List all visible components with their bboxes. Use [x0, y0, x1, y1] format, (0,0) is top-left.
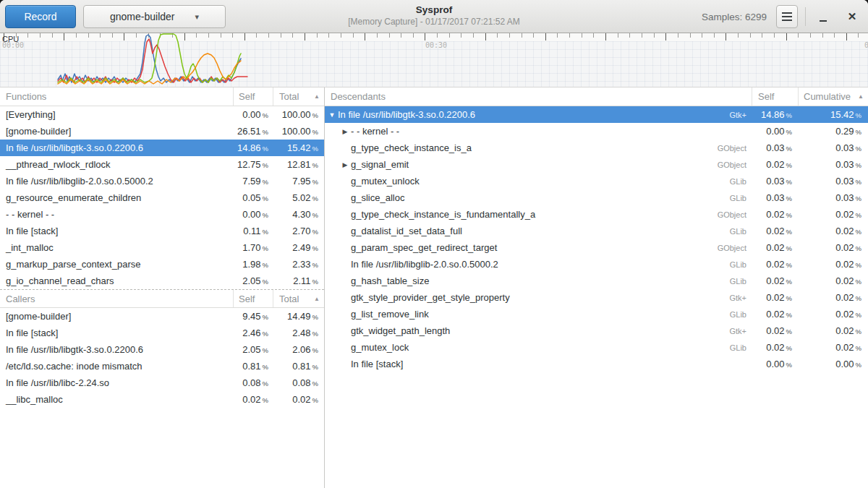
percent-value: 2.33%: [273, 259, 324, 270]
callers-table-body: [gnome-builder]9.45%14.49%In file [stack…: [0, 308, 324, 408]
function-name: In file /usr/lib/libglib-2.0.so.0.5000.2: [351, 259, 498, 270]
tree-row[interactable]: g_hash_table_sizeGLib0.02%0.02%: [325, 273, 868, 289]
table-row[interactable]: _int_malloc1.70%2.49%: [0, 239, 324, 256]
tree-row[interactable]: gtk_style_provider_get_style_propertyGtk…: [325, 289, 868, 306]
cpu-timeline[interactable]: CPU 00:00 00:30 01:00: [0, 33, 868, 87]
percent-value: 7.59%: [233, 176, 273, 187]
menu-button[interactable]: [776, 5, 798, 28]
percent-value: 0.03%: [798, 176, 868, 187]
tree-row[interactable]: gtk_widget_path_lengthGtk+0.02%0.02%: [325, 322, 868, 339]
total-column-header[interactable]: Total ▲: [273, 87, 324, 106]
percent-value: 0.08%: [233, 377, 273, 388]
percent-value: 2.48%: [273, 328, 324, 338]
tree-row[interactable]: g_type_check_instance_is_aGObject0.03%0.…: [325, 140, 868, 156]
tree-row[interactable]: g_datalist_id_set_data_fullGLib0.02%0.02…: [325, 223, 868, 239]
self-column-header[interactable]: Self: [752, 87, 798, 106]
table-row[interactable]: In file [stack]0.11%2.70%: [0, 223, 324, 239]
tree-row[interactable]: In file /usr/lib/libglib-2.0.so.0.5000.2…: [325, 256, 868, 273]
triangle-right-icon[interactable]: ▶: [341, 161, 349, 168]
functions-table-header: Functions Self Total ▲: [0, 87, 324, 106]
percent-value: 0.03%: [798, 142, 868, 153]
self-column-header[interactable]: Self: [233, 87, 273, 106]
table-row[interactable]: __libc_malloc0.02%0.02%: [0, 391, 324, 408]
function-name: In file [stack]: [0, 226, 233, 236]
library-badge: GObject: [718, 144, 752, 153]
percent-value: 0.02%: [752, 209, 798, 220]
percent-value: 0.02%: [798, 259, 868, 270]
percent-value: 2.49%: [273, 242, 324, 253]
function-name: In file /usr/lib/libgtk-3.so.0.2200.6: [0, 142, 233, 153]
percent-value: 15.42%: [798, 109, 868, 120]
tree-row[interactable]: ▼In file /usr/lib/libgtk-3.so.0.2200.6Gt…: [325, 106, 868, 123]
record-button[interactable]: Record: [5, 5, 76, 28]
table-row[interactable]: In file /usr/lib/libgtk-3.so.0.2200.62.0…: [0, 341, 324, 358]
percent-value: 0.03%: [752, 192, 798, 203]
table-row[interactable]: In file /usr/lib/libgtk-3.so.0.2200.614.…: [0, 140, 324, 156]
tree-row[interactable]: ▶- - kernel - -0.00%0.29%: [325, 123, 868, 140]
function-name: [gnome-builder]: [0, 126, 233, 137]
percent-value: 4.30%: [273, 209, 324, 220]
function-name: g_datalist_id_set_data_full: [351, 226, 462, 236]
tree-row[interactable]: g_type_check_instance_is_fundamentally_a…: [325, 206, 868, 223]
table-row[interactable]: [gnome-builder]9.45%14.49%: [0, 308, 324, 325]
descendants-column-header[interactable]: Descendants: [325, 87, 752, 106]
descendants-table-body: ▼In file /usr/lib/libgtk-3.so.0.2200.6Gt…: [325, 106, 868, 372]
table-row[interactable]: g_markup_parse_context_parse1.98%2.33%: [0, 256, 324, 273]
sysprof-window: Record gnome-builder ▾ Sysprof [Memory C…: [0, 0, 868, 488]
function-name: In file [stack]: [351, 359, 403, 369]
percent-value: 2.70%: [273, 226, 324, 236]
table-row[interactable]: In file /usr/lib/libglib-2.0.so.0.5000.2…: [0, 173, 324, 189]
cumulative-column-header[interactable]: Cumulative ▲: [798, 87, 868, 106]
percent-value: 0.02%: [798, 292, 868, 303]
percent-value: 0.02%: [798, 242, 868, 253]
tree-row[interactable]: g_slice_allocGLib0.03%0.03%: [325, 189, 868, 206]
descendant-name-cell: g_mutex_unlock: [325, 176, 730, 187]
table-row[interactable]: [gnome-builder]26.51%100.00%: [0, 123, 324, 140]
triangle-down-icon[interactable]: ▼: [328, 111, 336, 119]
total-column-header[interactable]: Total ▲: [273, 290, 324, 307]
percent-value: 0.00%: [798, 359, 868, 369]
percent-value: 0.02%: [752, 342, 798, 353]
table-row[interactable]: g_resource_enumerate_children0.05%5.02%: [0, 189, 324, 206]
samples-count: Samples: 6299: [702, 0, 767, 33]
tree-row[interactable]: ▶g_signal_emitGObject0.02%0.03%: [325, 156, 868, 173]
tree-row[interactable]: g_mutex_unlockGLib0.03%0.03%: [325, 173, 868, 189]
percent-value: 26.51%: [233, 126, 273, 137]
close-icon: ✕: [848, 10, 857, 23]
function-name: g_hash_table_size: [351, 275, 429, 286]
functions-column-header[interactable]: Functions: [0, 87, 233, 106]
self-column-header[interactable]: Self: [233, 290, 273, 307]
table-row[interactable]: - - kernel - -0.00%4.30%: [0, 206, 324, 223]
tree-row[interactable]: g_mutex_lockGLib0.02%0.02%: [325, 339, 868, 356]
table-row[interactable]: __pthread_rwlock_rdlock12.75%12.81%: [0, 156, 324, 173]
table-row[interactable]: g_io_channel_read_chars2.05%2.11%: [0, 273, 324, 289]
function-name: [Everything]: [0, 109, 233, 120]
minimize-button[interactable]: [812, 5, 835, 28]
function-name: _int_malloc: [0, 242, 233, 253]
library-badge: GObject: [718, 210, 752, 219]
descendant-name-cell: gtk_style_provider_get_style_property: [325, 292, 729, 303]
library-badge: Gtk+: [729, 294, 752, 302]
total-column-label: Total: [279, 91, 299, 102]
library-badge: GLib: [730, 277, 752, 286]
descendants-pane: Descendants Self Cumulative ▲ ▼In file /…: [325, 87, 868, 488]
tree-row[interactable]: g_list_remove_linkGLib0.02%0.02%: [325, 306, 868, 322]
table-row[interactable]: [Everything]0.00%100.00%: [0, 106, 324, 123]
function-name: g_resource_enumerate_children: [0, 192, 233, 203]
triangle-right-icon[interactable]: ▶: [341, 128, 349, 135]
close-button[interactable]: ✕: [841, 5, 864, 28]
tree-row[interactable]: In file [stack]0.00%0.00%: [325, 356, 868, 372]
library-badge: GLib: [730, 310, 752, 319]
callers-column-header[interactable]: Callers: [0, 290, 233, 307]
table-row[interactable]: In file /usr/lib/libc-2.24.so0.08%0.08%: [0, 374, 324, 391]
percent-value: 0.02%: [752, 275, 798, 286]
percent-value: 0.29%: [798, 126, 868, 137]
tree-row[interactable]: g_param_spec_get_redirect_targetGObject0…: [325, 239, 868, 256]
process-selector-dropdown[interactable]: gnome-builder ▾: [83, 5, 226, 28]
percent-value: 0.02%: [798, 226, 868, 236]
headerbar-separator: [805, 7, 806, 26]
table-row[interactable]: /etc/ld.so.cache: inode mismatch0.81%0.8…: [0, 358, 324, 374]
sort-arrow-up-icon: ▲: [314, 93, 320, 100]
table-row[interactable]: In file [stack]2.46%2.48%: [0, 325, 324, 341]
timeline-label-end: 01:00: [864, 41, 868, 49]
